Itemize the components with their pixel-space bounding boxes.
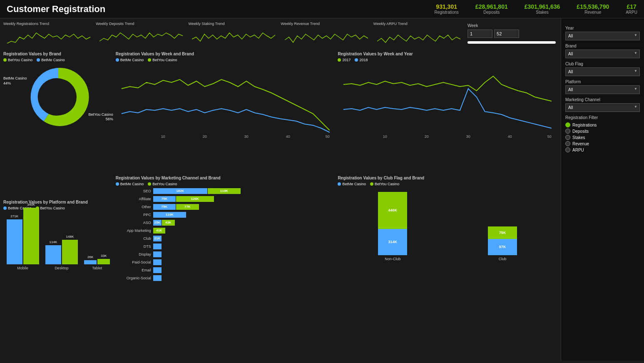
clubflag-select-wrapper: All Club Non-Club <box>565 67 640 76</box>
clubflag-bars: 446K 314K Non-Club 75K <box>338 188 557 271</box>
clubflag-legend: BetMe Casino BetYou Casino <box>338 182 557 186</box>
platform-filter-label: Platform <box>565 80 640 84</box>
betyou-club-lbl: BetYou Casino <box>375 182 399 186</box>
marketing-select[interactable]: All SEO Affiliate <box>565 103 640 112</box>
radio-deposits-circle <box>565 129 570 134</box>
marketing-brand-title: Registration Values by Marketing Channel… <box>116 176 336 180</box>
betyou-pie-label: BetYou Casino <box>89 112 113 117</box>
week-slider[interactable] <box>467 41 556 44</box>
betme-weekly-lbl: BetMe Casino <box>120 58 144 62</box>
dts-label: DTS <box>116 244 153 249</box>
clubflag-filter-label: Club Flag <box>565 62 640 66</box>
marketing-select-wrapper: All SEO Affiliate <box>565 103 640 112</box>
brand-select-wrapper: All BetMe Casino BetYou Casino <box>565 50 640 58</box>
marketing-brand-section: Registration Values by Marketing Channel… <box>116 176 336 346</box>
weekly-brand-title: Registration Values by Week and Brand <box>116 52 336 56</box>
desktop-name: Desktop <box>55 266 68 270</box>
stat-label: Stakes <box>525 10 560 15</box>
marketing-legend: BetMe Casino BetYou Casino <box>116 182 336 186</box>
2017-dot <box>338 58 341 62</box>
tablet-betme-val: 26K <box>84 255 97 259</box>
clubflag-brand-title: Registration Values by Club Flag and Bra… <box>338 176 557 180</box>
left-panel: Weekly Registrations Trend Weekly Deposi… <box>0 18 561 361</box>
platform-select-wrapper: All Mobile Desktop Tablet <box>565 85 640 94</box>
weekly-brand-chart: 10 20 30 40 50 <box>116 64 336 139</box>
main-content: Weekly Registrations Trend Weekly Deposi… <box>0 18 644 361</box>
non-club-name: Non-Club <box>385 257 400 261</box>
registration-filter-group: Registrations Deposits Stakes Revenue AR… <box>565 122 640 152</box>
stat-label: Registrations <box>434 10 458 15</box>
weekly-brand-section: Registration Values by Week and Brand Be… <box>116 52 336 173</box>
ppc-betme-bar: 110K <box>153 212 186 218</box>
brand-pie-legend: BetYou Casino BetMe Casino <box>3 58 113 62</box>
legend-2018: 2018 <box>355 58 368 62</box>
legend-betme-club: BetMe Casino <box>338 182 366 186</box>
svg-text:40: 40 <box>286 134 290 139</box>
radio-registrations-label: Registrations <box>572 123 597 127</box>
donut-chart: BetMe Casino 44% BetYou Casino 56% <box>3 64 113 130</box>
stat-value: 931,301 <box>434 3 458 10</box>
hbar-seo: SEO 182K 110K <box>116 188 336 194</box>
organic-social-label: Organic-Social <box>116 276 153 280</box>
hbar-organic-social: Organic-Social <box>116 275 336 281</box>
club-green-seg: 75K <box>488 226 517 239</box>
club-betme-bar: 21K <box>153 236 162 241</box>
week-from-input[interactable] <box>467 30 492 38</box>
year-select[interactable]: All 2017 2018 <box>565 32 640 40</box>
radio-deposits[interactable]: Deposits <box>565 129 640 134</box>
tablet-name: Tablet <box>92 266 102 270</box>
radio-registrations[interactable]: Registrations <box>565 122 640 127</box>
header: Customer Registration 931,301Registratio… <box>0 0 644 18</box>
radio-revenue[interactable]: Revenue <box>565 141 640 146</box>
year-select-wrapper: All 2017 2018 <box>565 32 640 40</box>
email-bar <box>153 267 162 273</box>
radio-arpu[interactable]: ARPU <box>565 147 640 152</box>
legend-betyou: BetYou Casino <box>3 58 32 62</box>
brand-filter-label: Brand <box>565 44 640 48</box>
trend-reg-label: Weekly Registrations Trend <box>3 22 94 26</box>
betme-club-lbl: BetMe Casino <box>342 182 366 186</box>
platform-brand-section: Registration Values by Platform and Bran… <box>3 200 113 346</box>
aso-betyou-bar: 43K <box>162 220 175 226</box>
legend-betyou-weekly: BetYou Casino <box>148 58 177 62</box>
right-panel: Year All 2017 2018 Brand All BetMe Casin… <box>561 18 644 361</box>
legend-2017: 2017 <box>338 58 351 62</box>
club-name: Club <box>499 257 507 261</box>
clubflag-select[interactable]: All Club Non-Club <box>565 67 640 76</box>
hbar-paid-social: Paid-Social <box>116 259 336 266</box>
radio-stakes[interactable]: Stakes <box>565 135 640 140</box>
legend-betyou-club: BetYou Casino <box>370 182 399 186</box>
page-title: Customer Registration <box>7 4 105 15</box>
legend-betme-mkt: BetMe Casino <box>116 182 144 186</box>
club-blue-seg: 97K <box>488 239 517 255</box>
display-label: Display <box>116 252 153 256</box>
weekly-year-legend: 2017 2018 <box>338 58 557 62</box>
stat-item: £301,961,636Stakes <box>525 3 560 15</box>
seo-betme-bar: 182K <box>153 188 207 194</box>
stat-value: £15,536,790 <box>577 3 609 10</box>
organic-social-bar <box>153 275 162 281</box>
reg-filter-label: Registration Filter <box>565 115 640 120</box>
stat-label: Deposits <box>475 10 508 15</box>
weekly-year-title: Registration Values by Week and Year <box>338 52 557 56</box>
platform-select[interactable]: All Mobile Desktop Tablet <box>565 85 640 94</box>
aff-label: Affiliate <box>116 197 153 201</box>
aff-betyou-bar: 126K <box>176 196 214 202</box>
week-to-input[interactable] <box>494 30 519 38</box>
stat-label: ARPU <box>626 10 637 15</box>
brand-select[interactable]: All BetMe Casino BetYou Casino <box>565 50 640 58</box>
other-betyou-bar: 77K <box>176 204 199 210</box>
betyou-mkt-lbl: BetYou Casino <box>152 182 177 186</box>
trend-arpu: Weekly ARPU Trend <box>373 22 464 48</box>
desktop-betyou-val: 148K <box>62 235 78 239</box>
mobile-betyou-bar <box>23 208 39 264</box>
radio-arpu-label: ARPU <box>572 148 584 152</box>
svg-text:40: 40 <box>508 134 512 139</box>
radio-stakes-label: Stakes <box>572 135 585 140</box>
hbar-ppc: PPC 110K <box>116 211 336 218</box>
radio-revenue-label: Revenue <box>572 142 589 146</box>
hbar-appmarketing: App Marketing 41K <box>116 227 336 234</box>
non-club-green-seg: 446K <box>378 192 407 229</box>
2018-lbl: 2018 <box>359 58 368 62</box>
stat-item: £17ARPU <box>626 3 637 15</box>
